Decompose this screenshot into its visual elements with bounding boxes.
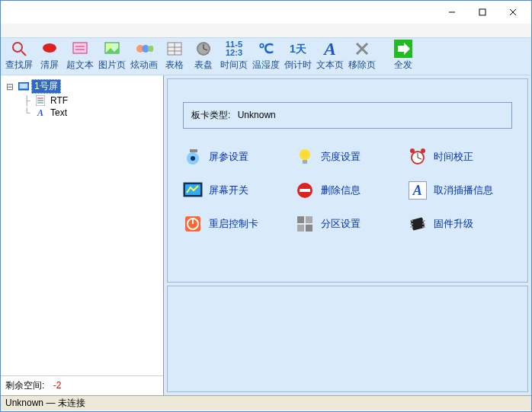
menubar: [1, 24, 531, 37]
no-entry-icon: [295, 180, 315, 200]
sidebar: ⊟ 1号屏 ├ RTF └ A Text 剩余空间: -2: [1, 75, 164, 395]
svg-point-4: [13, 43, 22, 52]
maximize-button[interactable]: [467, 2, 498, 23]
monitor-icon: [183, 180, 203, 200]
remaining-space: 剩余空间: -2: [1, 375, 163, 395]
op-zone-setting[interactable]: 分区设置: [295, 214, 399, 234]
tree-line-icon: └: [21, 107, 33, 118]
svg-point-40: [410, 149, 415, 153]
svg-point-41: [421, 149, 425, 153]
countdown-button[interactable]: 1天倒计时: [283, 37, 313, 73]
animation-button[interactable]: 炫动画: [129, 37, 159, 73]
power-icon: [183, 214, 203, 234]
find-screen-button[interactable]: 查找屏: [4, 37, 34, 73]
svg-point-35: [300, 149, 310, 160]
status-device-conn: Unknown — 未连接: [5, 397, 85, 410]
temp-humid-button[interactable]: ℃温湿度: [251, 37, 281, 73]
tree-root-screen1[interactable]: ⊟ 1号屏: [4, 78, 160, 94]
hypertext-button[interactable]: 超文本: [65, 37, 95, 73]
op-brightness[interactable]: 亮度设置: [295, 147, 399, 167]
minimize-button[interactable]: [437, 2, 467, 23]
remaining-label: 剩余空间:: [5, 380, 44, 391]
operations-grid: 屏参设置 亮度设置 时间校正 屏幕开关 删除信息 A取消插播信息 重启控制卡 分…: [168, 142, 527, 249]
svg-rect-7: [73, 43, 87, 53]
content-area: 板卡类型: Unknown 屏参设置 亮度设置 时间校正 屏幕开关 删除信息 A…: [164, 75, 531, 395]
svg-rect-52: [306, 225, 312, 232]
lower-panel: [167, 286, 528, 392]
tree-item-rtf[interactable]: ├ RTF: [4, 94, 160, 107]
svg-rect-50: [306, 216, 312, 223]
text-icon: A: [35, 107, 46, 118]
clear-screen-button[interactable]: 清屏: [36, 37, 63, 73]
tree-line-icon: ├: [21, 95, 33, 106]
svg-rect-51: [297, 225, 304, 232]
close-button[interactable]: [498, 2, 528, 23]
svg-point-6: [43, 43, 56, 53]
grid-icon: [295, 214, 315, 234]
svg-rect-1: [479, 9, 486, 15]
svg-rect-49: [297, 216, 304, 223]
chip-icon: [408, 214, 428, 234]
op-screen-switch[interactable]: 屏幕开关: [183, 180, 287, 200]
op-cancel-interrupt[interactable]: A取消插播信息: [408, 180, 512, 200]
svg-point-33: [191, 156, 195, 161]
image-page-button[interactable]: 图片页: [97, 37, 127, 73]
remaining-value: -2: [53, 380, 62, 391]
card-type-box: 板卡类型: Unknown: [183, 102, 512, 129]
collapse-icon[interactable]: ⊟: [4, 81, 16, 92]
card-type-value: Unknown: [238, 110, 276, 120]
table-button[interactable]: 表格: [161, 37, 188, 73]
svg-rect-34: [190, 149, 197, 152]
screen-tree[interactable]: ⊟ 1号屏 ├ RTF └ A Text: [1, 75, 163, 375]
bulb-icon: [295, 147, 315, 167]
svg-rect-27: [20, 84, 27, 88]
main-area: ⊟ 1号屏 ├ RTF └ A Text 剩余空间: -2 板卡类型: U: [1, 75, 531, 395]
gear-disc-icon: [183, 147, 203, 167]
op-firmware-upgrade[interactable]: 固件升级: [408, 214, 512, 234]
op-screen-params[interactable]: 屏参设置: [183, 147, 287, 167]
op-restart-card[interactable]: 重启控制卡: [183, 214, 287, 234]
tree-item-text[interactable]: └ A Text: [4, 107, 160, 119]
svg-point-11: [108, 45, 111, 48]
svg-rect-45: [300, 189, 310, 192]
titlebar: [1, 1, 531, 24]
rtf-icon: [35, 95, 46, 106]
operations-panel: 板卡类型: Unknown 屏参设置 亮度设置 时间校正 屏幕开关 删除信息 A…: [167, 78, 528, 283]
op-delete-info[interactable]: 删除信息: [295, 180, 399, 200]
text-page-button[interactable]: A文本页: [315, 37, 345, 73]
time-page-button[interactable]: 11-5 12:3时间页: [219, 37, 249, 73]
tree-node-label: Text: [48, 107, 69, 118]
toolbar: 查找屏 清屏 超文本 图片页 炫动画 表格 表盘 11-5 12:3时间页 ℃温…: [1, 37, 531, 75]
tree-node-label: 1号屏: [31, 79, 61, 94]
statusbar: Unknown — 未连接: [1, 395, 531, 410]
card-type-label: 板卡类型:: [191, 110, 230, 120]
alarm-clock-icon: [408, 147, 428, 167]
send-all-button[interactable]: 全发: [389, 37, 417, 73]
screen-icon: [18, 81, 29, 92]
svg-rect-36: [303, 160, 307, 164]
svg-line-5: [21, 51, 26, 56]
tree-node-label: RTF: [48, 95, 70, 106]
op-time-correct[interactable]: 时间校正: [408, 147, 512, 167]
letter-a-icon: A: [408, 180, 428, 200]
dial-button[interactable]: 表盘: [190, 37, 217, 73]
remove-page-button[interactable]: 移除页: [347, 37, 377, 73]
